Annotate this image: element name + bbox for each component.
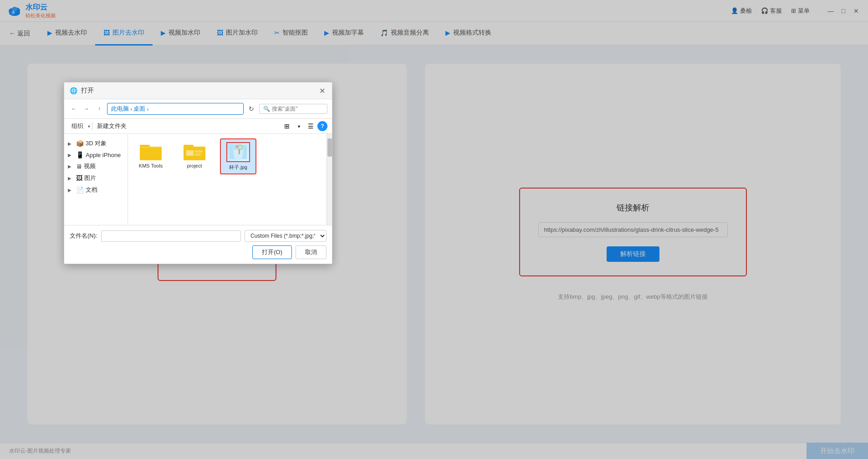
cup-svg [227,143,249,162]
dialog-open-btn[interactable]: 打开(O) [252,245,292,259]
filetype-select[interactable]: Custom Files (*.bmp;*.jpg;*.ji [245,230,327,242]
file-item-project[interactable]: project [176,138,213,174]
search-icon: 🔍 [263,106,270,112]
view-btn-grid[interactable]: ⊞ [282,121,292,131]
sidebar-item-doc[interactable]: ▶ 📄 文档 [64,184,128,196]
dialog-overlay: 🌐 打开 ✕ ← → ↑ 此电脑 › 桌面 › ↻ 🔍 组 [0,0,868,459]
sidebar-label-3d: 3D 对象 [86,139,107,148]
sidebar-item-video[interactable]: ▶ 🖥 视频 [64,160,128,172]
folder-icon-project [183,141,206,161]
file-icon-cup [226,142,250,162]
addr-forward-btn[interactable]: → [82,104,92,114]
sidebar-label-doc: 文档 [86,186,97,194]
addr-up-btn[interactable]: ↑ [94,104,104,114]
addr-refresh-btn[interactable]: ↻ [246,104,256,114]
tree-icon-doc: 📄 [76,186,84,194]
dialog-sidebar: ▶ 📦 3D 对象 ▶ 📱 Apple iPhone ▶ 🖥 视频 ▶ 🖼 [64,134,128,225]
sidebar-item-3d[interactable]: ▶ 📦 3D 对象 [64,138,128,149]
tree-icon-3d: 📦 [76,140,84,147]
file-item-cup[interactable]: 杯子.jpg [220,138,256,174]
dialog-files: KMS Tools project [128,134,327,225]
dialog-body: ▶ 📦 3D 对象 ▶ 📱 Apple iPhone ▶ 🖥 视频 ▶ 🖼 [64,134,332,225]
addr-path-item-computer[interactable]: 此电脑 [111,105,129,113]
scrollbar-thumb [327,138,332,157]
dialog-titlebar: 🌐 打开 ✕ [64,82,332,99]
tree-arrow-iphone: ▶ [68,153,74,158]
toolbar-group: 组织 ▾ 新建文件夹 [69,121,129,131]
svg-rect-10 [184,145,194,148]
file-name-project: project [187,163,202,168]
tree-arrow-doc: ▶ [68,188,74,193]
filename-row: 文件名(N): Custom Files (*.bmp;*.jpg;*.ji [70,230,327,242]
dialog-cloud-icon: 🌐 [70,87,77,94]
tree-icon-img: 🖼 [76,174,82,182]
svg-rect-12 [186,150,194,156]
addr-search-box: 🔍 [259,104,327,114]
sidebar-label-img: 图片 [84,174,96,182]
file-item-kms[interactable]: KMS Tools [133,138,169,174]
tree-icon-video: 🖥 [76,163,82,170]
sidebar-item-iphone[interactable]: ▶ 📱 Apple iPhone [64,149,128,160]
svg-rect-13 [194,150,203,153]
sidebar-item-img[interactable]: ▶ 🖼 图片 [64,172,128,184]
filename-label: 文件名(N): [70,232,97,240]
sidebar-label-iphone: Apple iPhone [86,152,121,158]
tree-arrow-3d: ▶ [68,141,74,146]
dialog-title-label: 🌐 打开 [70,87,94,95]
view-btn-dropdown[interactable]: ▾ [294,121,304,131]
toolbar-new-folder[interactable]: 新建文件夹 [94,121,129,131]
scrollbar[interactable] [327,134,332,225]
tree-arrow-img: ▶ [68,176,74,181]
addr-path[interactable]: 此电脑 › 桌面 › [107,103,244,115]
file-name-cup: 杯子.jpg [229,164,247,171]
dialog-toolbar: 组织 ▾ 新建文件夹 ⊞ ▾ ☰ ? [64,119,332,134]
tree-arrow-video: ▶ [68,164,74,169]
dialog-close-btn[interactable]: ✕ [317,86,327,95]
file-name-kms: KMS Tools [139,163,163,168]
dialog-action-btns: 打开(O) 取消 [70,245,327,259]
toolbar-organize[interactable]: 组织 [69,121,86,131]
folder-icon-kms [139,141,163,161]
toolbar-dropdown-icon: ▾ [88,124,90,129]
svg-point-21 [235,145,238,148]
toolbar-sep [92,122,92,130]
dialog-cancel-btn[interactable]: 取消 [296,245,327,259]
svg-point-20 [239,146,242,149]
search-input[interactable] [272,106,323,112]
dialog-title-text: 打开 [81,87,94,95]
sidebar-label-video: 视频 [84,162,96,170]
svg-rect-14 [194,153,201,156]
svg-rect-8 [140,148,162,160]
filename-input[interactable] [101,230,241,242]
addr-back-btn[interactable]: ← [69,104,79,114]
view-btn-list[interactable]: ☰ [306,121,316,131]
toolbar-viewbtns: ⊞ ▾ ☰ ? [282,121,327,131]
file-dialog: 🌐 打开 ✕ ← → ↑ 此电脑 › 桌面 › ↻ 🔍 组 [64,82,332,264]
addr-path-item-desktop[interactable]: 桌面 [133,105,145,113]
tree-icon-iphone: 📱 [76,151,84,158]
dialog-footer: 文件名(N): Custom Files (*.bmp;*.jpg;*.ji 打… [64,225,332,264]
help-btn[interactable]: ? [317,121,327,131]
dialog-addressbar: ← → ↑ 此电脑 › 桌面 › ↻ 🔍 [64,99,332,119]
